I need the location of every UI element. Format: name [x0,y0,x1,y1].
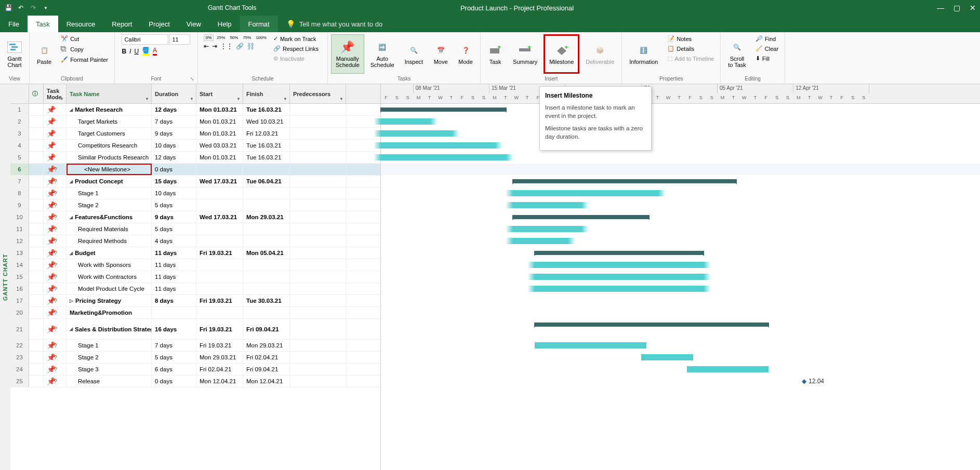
cell-task-name[interactable]: Work with Contractors [67,271,152,283]
table-row[interactable]: 8📌?Stage 110 days [10,187,380,199]
cell-start[interactable] [196,283,243,294]
row-number[interactable]: 6 [10,164,29,175]
cell-duration[interactable]: 11 days [152,271,196,283]
cell-finish[interactable]: Mon 05.04.21 [243,247,290,259]
dropdown-icon[interactable]: ▼ [339,97,343,101]
table-row[interactable]: 15📌?Work with Contractors11 days [10,271,380,283]
row-number[interactable]: 15 [10,271,29,283]
cell-info[interactable] [29,152,44,163]
cell-task-mode[interactable]: 📌? [44,364,67,375]
table-row[interactable]: 20📌?Marketing&Promotion [10,307,380,319]
gantt-row[interactable] [381,259,980,271]
row-number[interactable]: 13 [10,247,29,259]
link-button[interactable]: 🔗 [236,43,244,50]
cell-predecessors[interactable] [290,211,346,223]
cell-duration[interactable]: 12 days [152,104,196,115]
cell-info[interactable] [29,164,44,175]
tab-file[interactable]: File [0,16,28,32]
underline-button[interactable]: U [134,48,139,55]
cell-info[interactable] [29,247,44,259]
cell-info[interactable] [29,187,44,199]
gantt-row[interactable] [381,340,980,352]
cell-info[interactable] [29,140,44,151]
cell-task-mode[interactable]: 📌? [44,352,67,363]
row-number[interactable]: 4 [10,140,29,151]
cell-finish[interactable]: Fri 12.03.21 [243,128,290,139]
tab-help[interactable]: Help [209,16,240,32]
insert-milestone-button[interactable]: + Milestone [544,34,579,74]
gantt-chart-area[interactable]: 08 Mar '2115 Mar '21'2105 Apr '2112 Apr … [380,84,980,470]
task-bar[interactable] [513,202,581,208]
table-row[interactable]: 6📌?<New Milestone>0 days [10,164,380,176]
cell-task-mode[interactable]: 📌? [44,319,67,339]
cell-task-mode[interactable]: 📌 [44,128,67,139]
row-number[interactable]: 12 [10,235,29,247]
task-bar[interactable] [535,274,704,280]
cell-finish[interactable] [243,187,290,199]
cell-task-mode[interactable]: 📌 [44,104,67,115]
summary-bar[interactable] [513,215,649,219]
cell-task-name[interactable]: Release [67,375,152,387]
cell-task-name[interactable]: Stage 1 [67,340,152,351]
row-number[interactable]: 7 [10,176,29,187]
cell-duration[interactable]: 0 days [152,164,196,175]
cell-info[interactable] [29,340,44,351]
cell-finish[interactable]: Tue 30.03.21 [243,295,290,306]
cell-predecessors[interactable] [290,116,346,127]
gantt-row[interactable] [381,283,980,295]
cell-finish[interactable]: Fri 09.04.21 [243,364,290,375]
font-dialog-launcher[interactable]: ⤡ [190,76,196,83]
cell-predecessors[interactable] [290,176,346,187]
table-row[interactable]: 9📌?Stage 25 days [10,199,380,211]
cell-start[interactable]: Mon 01.03.21 [196,104,243,115]
cell-predecessors[interactable] [290,340,346,351]
cell-task-mode[interactable]: 📌 [44,140,67,151]
task-bar[interactable] [513,238,568,244]
cell-start[interactable]: Mon 12.04.21 [196,375,243,387]
cell-predecessors[interactable] [290,104,346,115]
table-row[interactable]: 14📌?Work with Sponsors11 days [10,259,380,271]
cell-start[interactable]: Wed 03.03.21 [196,140,243,151]
cell-finish[interactable]: Tue 06.04.21 [243,176,290,187]
row-number[interactable]: 25 [10,375,29,387]
cell-start[interactable]: Fri 19.03.21 [196,319,243,339]
cell-duration[interactable]: 5 days [152,223,196,235]
table-row[interactable]: 4📌Competitors Research10 daysWed 03.03.2… [10,140,380,152]
summary-bar[interactable] [513,179,736,183]
cell-duration[interactable]: 6 days [152,364,196,375]
cell-duration[interactable]: 4 days [152,235,196,247]
gantt-row[interactable] [381,307,980,319]
cell-task-name[interactable]: Marketing&Promotion [67,307,152,318]
cell-predecessors[interactable] [290,235,346,247]
format-painter-button[interactable]: 🖌️Format Painter [58,55,111,64]
pct-100[interactable]: 100% [254,34,268,41]
cell-finish[interactable]: Mon 29.03.21 [243,211,290,223]
cell-start[interactable]: Wed 17.03.21 [196,176,243,187]
task-bar[interactable] [535,342,646,348]
gantt-row[interactable] [381,211,980,223]
cell-start[interactable] [196,307,243,318]
cell-finish[interactable] [243,223,290,235]
task-bar[interactable] [513,190,658,196]
cell-finish[interactable] [243,164,290,175]
cell-task-name[interactable]: Target Markets [67,116,152,127]
cell-task-name[interactable]: Target Customers [67,128,152,139]
summary-bar[interactable] [535,323,769,327]
cell-task-mode[interactable]: 📌? [44,375,67,387]
cell-duration[interactable]: 5 days [152,352,196,363]
row-number[interactable]: 20 [10,307,29,318]
task-bar[interactable] [381,142,495,149]
gantt-row[interactable] [381,235,980,247]
cell-finish[interactable] [243,199,290,211]
cell-duration[interactable]: 11 days [152,283,196,294]
cell-task-name[interactable]: Market Research [67,104,152,115]
cell-finish[interactable]: Fri 09.04.21 [243,319,290,339]
cell-duration[interactable]: 15 days [152,176,196,187]
table-row[interactable]: 17📌?Pricing Strategy8 daysFri 19.03.21Tu… [10,295,380,307]
cell-start[interactable]: Fri 19.03.21 [196,340,243,351]
cell-task-name[interactable]: Stage 1 [67,187,152,199]
summary-bar[interactable] [381,108,506,112]
cell-start[interactable] [196,259,243,271]
pct-25[interactable]: 25% [215,34,227,41]
font-color-button[interactable]: A [153,47,157,56]
